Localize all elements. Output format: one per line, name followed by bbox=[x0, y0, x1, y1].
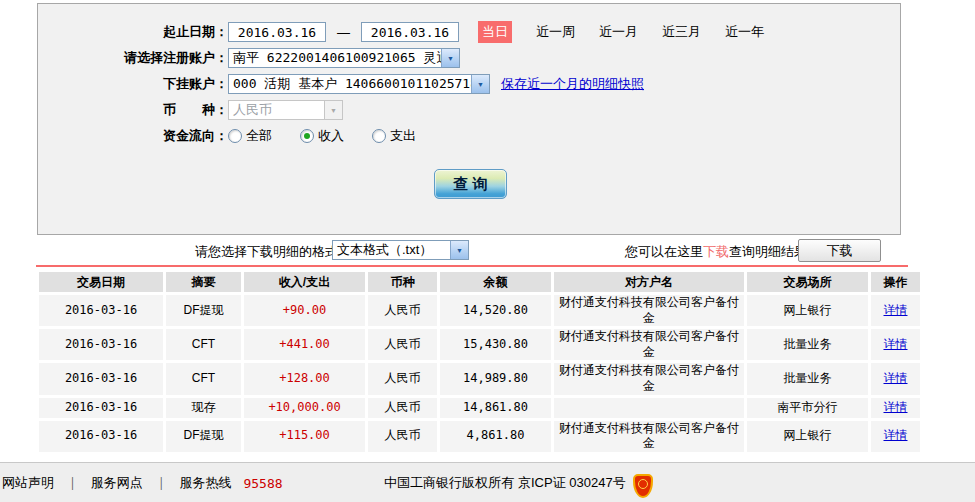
cell-date: 2016-03-16 bbox=[39, 363, 163, 394]
section-divider bbox=[36, 265, 908, 267]
security-shield-icon bbox=[633, 474, 653, 498]
cell-currency: 人民币 bbox=[368, 398, 437, 418]
flow-radio-option[interactable]: 全部 bbox=[228, 127, 272, 145]
flow-radio-option[interactable]: 支出 bbox=[372, 127, 416, 145]
cell-summary: CFT bbox=[166, 329, 241, 360]
date-range-separator: — bbox=[337, 25, 350, 40]
cell-counterparty: 财付通支付科技有限公司客户备付金 bbox=[554, 295, 744, 326]
cell-venue: 批量业务 bbox=[747, 329, 868, 360]
radio-icon bbox=[300, 129, 314, 143]
table-row: 2016-03-16DF提现+90.00人民币14,520.80财付通支付科技有… bbox=[39, 295, 920, 326]
table-row: 2016-03-16DF提现+115.00人民币4,861.80财付通支付科技有… bbox=[39, 421, 920, 452]
radio-icon bbox=[228, 129, 242, 143]
table-row: 2016-03-16CFT+128.00人民币14,989.80财付通支付科技有… bbox=[39, 363, 920, 394]
sub-account-value: 000 活期 基本户 1406600101102571848 bbox=[229, 75, 471, 93]
download-hint-prefix: 您可以在这里 bbox=[625, 244, 703, 259]
cell-operation: 详情 bbox=[871, 421, 920, 452]
cell-operation: 详情 bbox=[871, 329, 920, 360]
quick-range-week[interactable]: 近一周 bbox=[536, 23, 575, 41]
cell-operation: 详情 bbox=[871, 295, 920, 326]
table-row: 2016-03-16现存+10,000.00人民币14,861.80南平市分行详… bbox=[39, 398, 920, 418]
hotline-number: 95588 bbox=[243, 476, 282, 491]
register-account-value: 南平 6222001406100921065 灵通卡 bbox=[229, 49, 441, 67]
fund-flow-label: 资金流向： bbox=[38, 127, 228, 145]
cell-venue: 批量业务 bbox=[747, 363, 868, 394]
cell-amount: +90.00 bbox=[244, 295, 365, 326]
currency-select: 人民币 ▼ bbox=[228, 100, 343, 120]
cell-amount: +128.00 bbox=[244, 363, 365, 394]
flow-radio-label: 收入 bbox=[318, 127, 344, 145]
date-to-input[interactable] bbox=[361, 22, 459, 42]
download-hint-link[interactable]: 下载 bbox=[703, 244, 729, 259]
column-header: 操作 bbox=[871, 272, 920, 292]
cell-balance: 14,861.80 bbox=[440, 398, 551, 418]
cell-balance: 15,430.80 bbox=[440, 329, 551, 360]
detail-link[interactable]: 详情 bbox=[884, 303, 908, 317]
cell-amount: +115.00 bbox=[244, 421, 365, 452]
cell-venue: 网上银行 bbox=[747, 295, 868, 326]
detail-link[interactable]: 详情 bbox=[884, 400, 908, 414]
cell-balance: 14,520.80 bbox=[440, 295, 551, 326]
currency-row: 币 种： 人民币 ▼ bbox=[38, 97, 900, 123]
date-range-label: 起止日期： bbox=[38, 23, 228, 41]
cell-venue: 南平市分行 bbox=[747, 398, 868, 418]
quick-range-year[interactable]: 近一年 bbox=[725, 23, 764, 41]
column-header: 交易日期 bbox=[39, 272, 163, 292]
detail-link[interactable]: 详情 bbox=[884, 371, 908, 385]
column-header: 币种 bbox=[368, 272, 437, 292]
cell-currency: 人民币 bbox=[368, 421, 437, 452]
site-statement-link[interactable]: 网站声明 bbox=[2, 474, 54, 492]
cell-venue: 网上银行 bbox=[747, 421, 868, 452]
footer: 网站声明 ｜ 服务网点 ｜ 服务热线 95588 中国工商银行版权所有 京ICP… bbox=[0, 462, 975, 502]
cell-counterparty: 财付通支付科技有限公司客户备付金 bbox=[554, 363, 744, 394]
flow-radio-option[interactable]: 收入 bbox=[300, 127, 344, 145]
register-account-row: 请选择注册账户： 南平 6222001406100921065 灵通卡 ▼ bbox=[38, 45, 900, 71]
query-button[interactable]: 查 询 bbox=[434, 169, 507, 199]
cell-date: 2016-03-16 bbox=[39, 421, 163, 452]
register-account-label: 请选择注册账户： bbox=[38, 49, 228, 67]
currency-label: 币 种： bbox=[38, 101, 228, 119]
cell-amount: +441.00 bbox=[244, 329, 365, 360]
cell-operation: 详情 bbox=[871, 398, 920, 418]
detail-link[interactable]: 详情 bbox=[884, 428, 908, 442]
sub-account-select[interactable]: 000 活期 基本户 1406600101102571848 ▼ bbox=[228, 74, 490, 94]
sub-account-row: 下挂账户： 000 活期 基本户 1406600101102571848 ▼ 保… bbox=[38, 71, 900, 97]
cell-currency: 人民币 bbox=[368, 295, 437, 326]
quick-range-month[interactable]: 近一月 bbox=[599, 23, 638, 41]
column-header: 交易场所 bbox=[747, 272, 868, 292]
date-range-row: 起止日期： — 当日 近一周 近一月 近三月 近一年 bbox=[38, 19, 900, 45]
cell-counterparty: 财付通支付科技有限公司客户备付金 bbox=[554, 421, 744, 452]
quick-range-today[interactable]: 当日 bbox=[478, 21, 512, 43]
footer-links: 网站声明 ｜ 服务网点 ｜ 服务热线 95588 bbox=[2, 474, 283, 492]
currency-value: 人民币 bbox=[229, 101, 324, 119]
column-header: 对方户名 bbox=[554, 272, 744, 292]
date-from-input[interactable] bbox=[228, 22, 326, 42]
download-button[interactable]: 下载 bbox=[798, 239, 881, 262]
download-format-value: 文本格式（.txt） bbox=[333, 241, 450, 259]
download-format-select[interactable]: 文本格式（.txt） ▼ bbox=[332, 240, 469, 260]
detail-link[interactable]: 详情 bbox=[884, 337, 908, 351]
fund-flow-row: 资金流向： 全部 收入 支出 bbox=[38, 123, 900, 149]
cell-counterparty bbox=[554, 398, 744, 418]
footer-separator: ｜ bbox=[66, 474, 79, 492]
quick-range-quarter[interactable]: 近三月 bbox=[662, 23, 701, 41]
download-hint: 您可以在这里下载查询明细结果 bbox=[625, 243, 807, 261]
chevron-down-icon: ▼ bbox=[471, 75, 489, 93]
column-header: 收入/支出 bbox=[244, 272, 365, 292]
column-header: 摘要 bbox=[166, 272, 241, 292]
register-account-select[interactable]: 南平 6222001406100921065 灵通卡 ▼ bbox=[228, 48, 460, 68]
cell-date: 2016-03-16 bbox=[39, 295, 163, 326]
flow-radio-label: 全部 bbox=[246, 127, 272, 145]
download-format-label: 请您选择下载明细的格式 bbox=[195, 243, 338, 261]
footer-separator: ｜ bbox=[155, 474, 168, 492]
hotline-label: 服务热线 bbox=[179, 474, 231, 492]
save-snapshot-link[interactable]: 保存近一个月的明细快照 bbox=[501, 75, 644, 93]
cell-currency: 人民币 bbox=[368, 363, 437, 394]
service-branches-link[interactable]: 服务网点 bbox=[91, 474, 143, 492]
table-row: 2016-03-16CFT+441.00人民币15,430.80财付通支付科技有… bbox=[39, 329, 920, 360]
chevron-down-icon: ▼ bbox=[450, 241, 468, 259]
copyright-text: 中国工商银行版权所有 bbox=[384, 474, 514, 492]
cell-balance: 14,989.80 bbox=[440, 363, 551, 394]
cell-date: 2016-03-16 bbox=[39, 398, 163, 418]
cell-currency: 人民币 bbox=[368, 329, 437, 360]
